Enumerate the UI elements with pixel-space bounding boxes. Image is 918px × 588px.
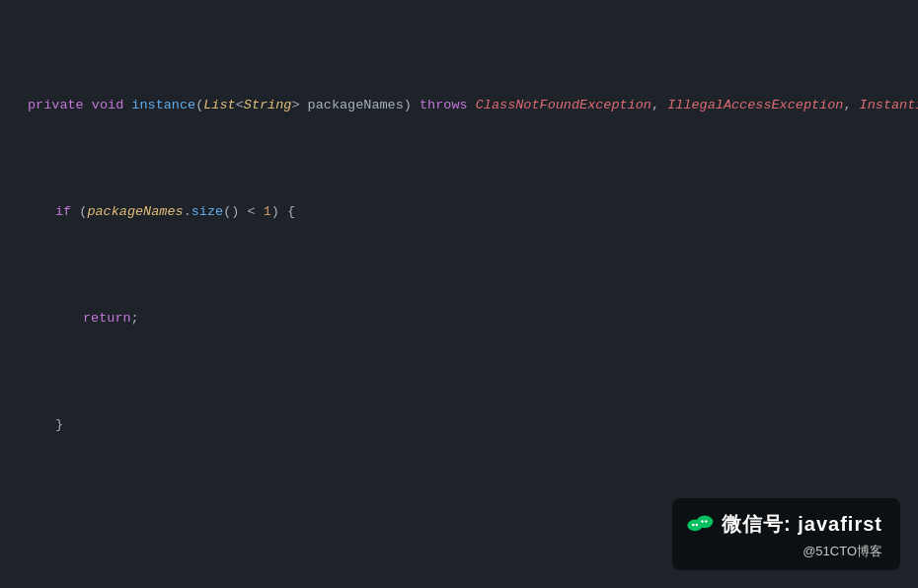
svg-point-3	[696, 524, 699, 527]
svg-point-2	[692, 524, 695, 527]
code-line-2: if (packageNames.size() < 1) {	[0, 201, 918, 223]
watermark-title: 微信号: javafirst	[722, 508, 882, 540]
watermark-sub: @51CTO博客	[803, 542, 882, 562]
wechat-icon	[686, 510, 714, 538]
code-line-1: private void instance(List<String> packa…	[0, 95, 918, 116]
svg-point-1	[697, 516, 714, 529]
code-line-3: return;	[0, 308, 918, 330]
watermark: 微信号: javafirst @51CTO博客	[672, 498, 900, 570]
code-line-4: }	[0, 414, 918, 436]
svg-point-4	[701, 520, 704, 523]
watermark-top: 微信号: javafirst	[686, 508, 882, 540]
svg-point-5	[705, 520, 708, 523]
